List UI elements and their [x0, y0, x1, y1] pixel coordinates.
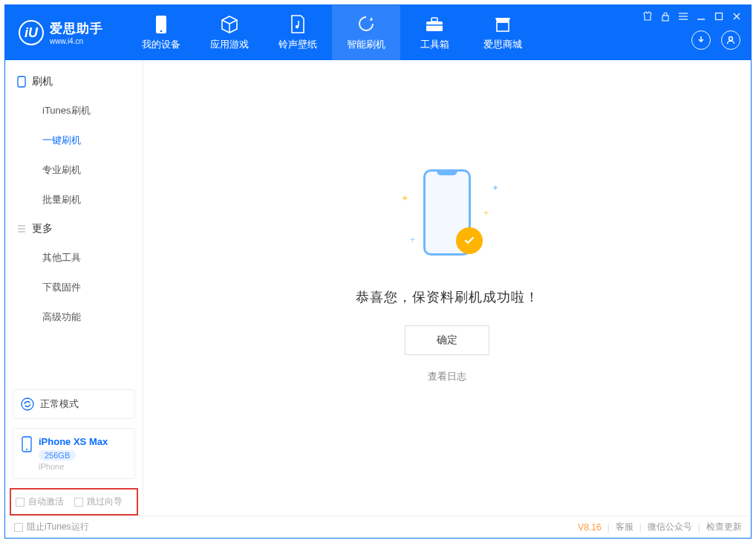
sidebar-group-more: 更多 [5, 215, 143, 243]
sidebar-item-batch-flash[interactable]: 批量刷机 [5, 185, 143, 215]
device-icon [21, 436, 33, 452]
tab-apps-games[interactable]: 应用游戏 [195, 5, 264, 60]
window-controls [642, 11, 742, 22]
checkbox-block-itunes[interactable]: 阻止iTunes运行 [14, 521, 89, 533]
success-message: 恭喜您，保资料刷机成功啦！ [356, 288, 539, 306]
svg-point-1 [160, 30, 163, 32]
tab-my-device[interactable]: 我的设备 [127, 5, 195, 60]
app-window: iU 爱思助手 www.i4.cn 我的设备 应用游戏 [4, 4, 752, 539]
checkbox-skip-guide[interactable]: 跳过向导 [74, 495, 123, 508]
tab-label: 爱思商城 [483, 38, 522, 51]
cube-icon [220, 15, 239, 34]
tab-label: 应用游戏 [210, 38, 249, 51]
svg-point-2 [296, 25, 299, 27]
tab-toolbox[interactable]: 工具箱 [400, 5, 469, 60]
footer-link-wechat[interactable]: 微信公众号 [648, 521, 692, 533]
logo-icon: iU [19, 20, 44, 45]
success-illustration: ✦ + ✦ + [388, 163, 506, 275]
checkbox-auto-activate[interactable]: 自动激活 [16, 495, 64, 508]
device-name: iPhone XS Max [39, 436, 108, 447]
sync-icon [21, 397, 34, 411]
svg-point-20 [22, 398, 33, 410]
download-icon[interactable] [691, 30, 711, 50]
sidebar-item-itunes-flash[interactable]: iTunes刷机 [5, 96, 143, 126]
sidebar-item-advanced[interactable]: 高级功能 [5, 302, 143, 332]
device-box[interactable]: iPhone XS Max 256GB iPhone [13, 428, 135, 479]
phone-icon [151, 15, 171, 34]
ok-button[interactable]: 确定 [405, 325, 489, 355]
tab-smart-flash[interactable]: 智能刷机 [332, 5, 400, 60]
sidebar: 刷机 iTunes刷机 一键刷机 专业刷机 批量刷机 更多 其他工具 下载固件 … [5, 60, 143, 516]
close-icon[interactable] [731, 11, 742, 22]
phone-small-icon [17, 76, 26, 88]
minimize-icon[interactable] [696, 11, 706, 22]
device-capacity: 256GB [39, 450, 76, 461]
lock-icon[interactable] [660, 11, 671, 22]
footer-link-update[interactable]: 检查更新 [706, 521, 742, 533]
svg-rect-3 [426, 22, 443, 31]
tab-label: 工具箱 [420, 38, 449, 51]
body: 刷机 iTunes刷机 一键刷机 专业刷机 批量刷机 更多 其他工具 下载固件 … [5, 60, 751, 516]
sidebar-item-download-firmware[interactable]: 下载固件 [5, 273, 143, 302]
svg-rect-4 [431, 18, 437, 22]
brand-subtitle: www.i4.cn [50, 37, 103, 45]
options-row: 自动激活 跳过向导 [10, 488, 138, 516]
tab-label: 铃声壁纸 [278, 38, 317, 51]
mode-box[interactable]: 正常模式 [13, 389, 135, 419]
success-check-icon [456, 227, 483, 254]
sidebar-group-flash: 刷机 [5, 68, 143, 96]
svg-rect-5 [426, 25, 443, 26]
device-type: iPhone [39, 462, 108, 471]
logo-area: iU 爱思助手 www.i4.cn [5, 20, 117, 45]
header-actions [691, 30, 740, 50]
brand-title: 爱思助手 [50, 20, 103, 37]
nav-tabs: 我的设备 应用游戏 铃声壁纸 智能刷机 [127, 5, 537, 60]
svg-rect-12 [716, 13, 723, 20]
sidebar-item-pro-flash[interactable]: 专业刷机 [5, 155, 143, 185]
svg-rect-16 [18, 77, 25, 87]
header-bar: iU 爱思助手 www.i4.cn 我的设备 应用游戏 [5, 5, 751, 60]
svg-rect-6 [497, 22, 509, 31]
maximize-icon[interactable] [714, 11, 724, 22]
refresh-shield-icon [356, 15, 376, 34]
music-file-icon [288, 15, 307, 34]
shirt-icon[interactable] [642, 11, 653, 22]
main-area: ✦ + ✦ + 恭喜您，保资料刷机成功啦！ 确定 查看日志 [143, 60, 751, 516]
version-label: V8.16 [578, 522, 601, 533]
toolbox-icon [425, 15, 444, 34]
tab-label: 智能刷机 [347, 38, 385, 51]
footer-bar: 阻止iTunes运行 V8.16 | 客服 | 微信公众号 | 检查更新 [5, 516, 751, 538]
user-icon[interactable] [721, 30, 740, 50]
footer-link-support[interactable]: 客服 [616, 521, 633, 533]
svg-point-15 [729, 37, 733, 41]
sidebar-item-oneclick-flash[interactable]: 一键刷机 [5, 126, 143, 155]
list-icon [17, 224, 26, 233]
tab-label: 我的设备 [142, 38, 180, 51]
shop-icon [493, 15, 512, 34]
menu-icon[interactable] [678, 11, 688, 22]
svg-point-22 [26, 449, 27, 450]
sidebar-item-other-tools[interactable]: 其他工具 [5, 243, 143, 273]
tab-ringtones-wallpapers[interactable]: 铃声壁纸 [264, 5, 332, 60]
svg-rect-7 [662, 16, 668, 21]
view-log-link[interactable]: 查看日志 [428, 370, 466, 383]
tab-store[interactable]: 爱思商城 [469, 5, 537, 60]
